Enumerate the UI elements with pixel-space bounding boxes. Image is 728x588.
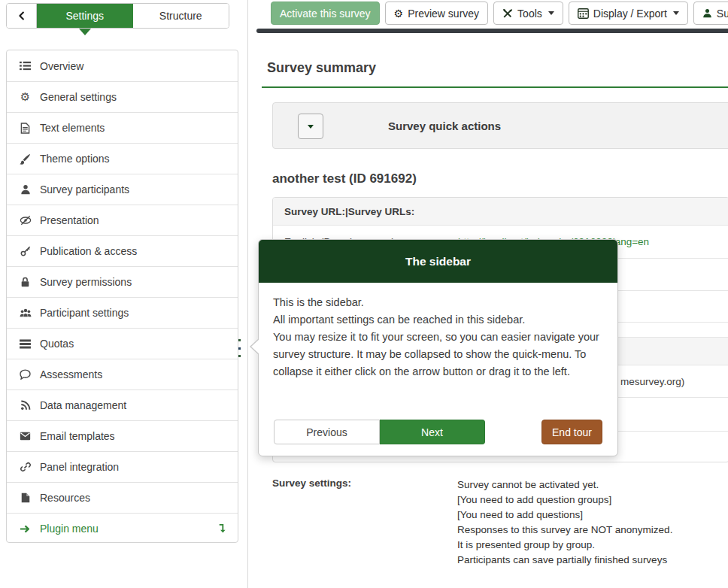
tab-structure[interactable]: Structure [133, 4, 229, 28]
display-export-label: Display / Export [593, 8, 667, 20]
tour-nav-button-group: Previous Next [274, 420, 485, 444]
limesurvey-app: Settings Structure Overview ⚙ General se… [0, 0, 728, 588]
sidebar-item-label: Publication & access [40, 245, 137, 257]
tools-icon [502, 8, 513, 19]
survey-settings-label: Survey settings: [272, 477, 351, 489]
tour-end-button[interactable]: End tour [541, 420, 602, 444]
comment-icon [19, 368, 32, 381]
quick-actions-toggle-button[interactable] [298, 114, 323, 139]
sidebar-item-general-settings[interactable]: ⚙ General settings [7, 81, 238, 112]
sidebar-item-label: Assessments [40, 368, 102, 380]
rss-icon [19, 399, 32, 412]
survey-participants-label: Survey participants [717, 8, 728, 20]
activate-survey-button[interactable]: Activate this survey [271, 2, 380, 25]
export-icon [578, 8, 589, 19]
sidebar-item-text-elements[interactable]: Text elements [7, 112, 238, 143]
title-underline [262, 86, 728, 88]
display-export-menu-button[interactable]: Display / Export [569, 2, 688, 25]
sidebar-item-label: Presentation [40, 214, 99, 226]
link-icon [19, 461, 32, 474]
arrow-right-icon [19, 523, 32, 535]
settings-line: [You need to add questions] [457, 508, 672, 523]
survey-title-heading: another test (ID 691692) [272, 171, 417, 186]
sidebar-item-quotas[interactable]: Quotas [7, 328, 238, 359]
settings-line: It is presented group by group. [457, 538, 672, 553]
content-top-divider [256, 29, 728, 33]
sidebar-item-label: Survey participants [40, 183, 129, 195]
sidebar-item-label: Survey permissions [40, 276, 132, 288]
list-icon [19, 59, 32, 72]
sidebar-item-label: Email templates [40, 430, 115, 442]
gears-icon: ⚙ [19, 91, 32, 104]
sidebar-item-data-management[interactable]: Data management [7, 389, 238, 420]
person-icon [702, 8, 712, 18]
sidebar-item-resources[interactable]: Resources [7, 482, 238, 513]
sidebar-item-label: Resources [40, 492, 90, 504]
brush-icon [19, 153, 32, 165]
tour-previous-button[interactable]: Previous [274, 420, 380, 444]
tour-popover: The sidebar This is the sidebar. All imp… [258, 239, 618, 456]
popover-arrow-fill [251, 339, 259, 354]
quick-actions-panel: Survey quick actions [272, 102, 728, 149]
sidebar-item-label: Overview [40, 60, 83, 72]
sidebar-item-panel-integration[interactable]: Panel integration [7, 451, 238, 482]
file-icon [19, 492, 32, 505]
settings-line: Survey cannot be activated yet. [457, 477, 672, 493]
preview-survey-button[interactable]: ⚙ Preview survey [385, 2, 488, 25]
sidebar-item-label: Theme options [40, 153, 110, 165]
sidebar-item-label: Plugin menu [40, 523, 99, 535]
sidebar-item-email-templates[interactable]: Email templates [7, 420, 238, 451]
caret-down-icon [673, 11, 679, 15]
survey-settings-values: Survey cannot be activated yet. [You nee… [457, 477, 672, 568]
eye-slash-icon [19, 214, 32, 227]
tools-menu-label: Tools [517, 8, 542, 20]
collapse-sidebar-button[interactable] [7, 4, 37, 28]
tour-text-paragraph: You may resize it to fit your screen, so… [273, 329, 603, 380]
quick-actions-title: Survey quick actions [388, 103, 501, 148]
envelope-icon [19, 430, 32, 443]
sidebar-item-label: Data management [40, 399, 126, 411]
settings-line: [You need to add question groups] [457, 493, 672, 508]
sidebar-item-label: Text elements [40, 122, 105, 134]
sidebar-item-label: General settings [40, 91, 117, 103]
caret-down-icon [308, 125, 314, 129]
survey-toolbar: Activate this survey ⚙ Preview survey To… [271, 2, 728, 25]
preview-survey-label: Preview survey [408, 8, 479, 20]
sidebar-item-publication-access[interactable]: Publication & access [7, 235, 238, 266]
sidebar-item-survey-permissions[interactable]: Survey permissions [7, 266, 238, 297]
sidebar-item-overview[interactable]: Overview [7, 50, 238, 81]
tour-next-button[interactable]: Next [380, 420, 485, 444]
file-text-icon [19, 122, 32, 135]
sidebar-item-theme-options[interactable]: Theme options [7, 143, 238, 174]
sidebar-menu: Overview ⚙ General settings Text element… [6, 50, 238, 543]
chevron-left-icon [17, 11, 26, 21]
sidebar-tabbar: Settings Structure [6, 3, 229, 29]
sidebar-item-participant-settings[interactable]: Participant settings [7, 297, 238, 328]
sidebar: Settings Structure Overview ⚙ General se… [0, 0, 248, 588]
survey-participants-button[interactable]: Survey participants [693, 2, 728, 25]
sidebar-item-plugin-menu[interactable]: Plugin menu [7, 513, 238, 544]
tools-menu-button[interactable]: Tools [493, 2, 563, 25]
tour-text-line: This is the sidebar. [273, 294, 603, 311]
level-down-icon[interactable] [217, 523, 226, 534]
key-icon [19, 245, 32, 258]
survey-url-header-row: Survey URL:|Survey URLs: [273, 198, 728, 225]
tour-popover-body: This is the sidebar. All important setti… [259, 283, 617, 380]
sidebar-item-label: Quotas [40, 338, 74, 350]
survey-url-header-label: Survey URL:|Survey URLs: [284, 206, 414, 217]
user-icon [19, 183, 32, 196]
tour-popover-footer: Previous Next End tour [274, 420, 602, 444]
tour-text-line: All important settings can be reached in… [273, 311, 603, 329]
sidebar-item-assessments[interactable]: Assessments [7, 359, 238, 389]
settings-line: Responses to this survey are NOT anonymi… [457, 523, 672, 538]
tab-settings[interactable]: Settings [37, 4, 133, 28]
sidebar-item-label: Panel integration [40, 461, 119, 473]
lock-icon [19, 276, 32, 289]
caret-down-icon [548, 11, 554, 15]
sidebar-item-presentation[interactable]: Presentation [7, 205, 238, 235]
sidebar-item-survey-participants[interactable]: Survey participants [7, 174, 238, 205]
settings-line: Participants can save partially finished… [457, 553, 672, 568]
sidebar-item-label: Participant settings [40, 307, 129, 319]
page-title: Survey summary [267, 60, 376, 76]
sidebar-resize-handle[interactable] [238, 339, 242, 357]
